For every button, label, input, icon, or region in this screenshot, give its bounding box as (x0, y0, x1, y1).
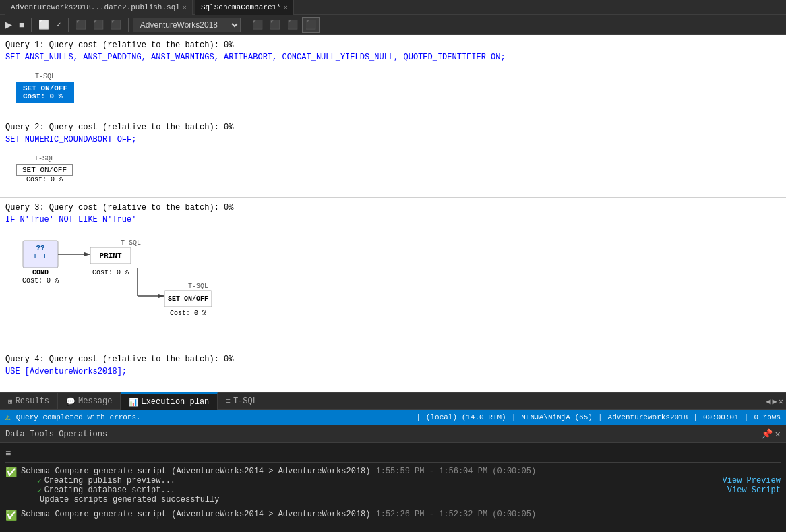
toolbar-btn-9[interactable]: ⬛ (267, 17, 283, 33)
view-script-link[interactable]: View Script (727, 485, 781, 495)
results-icon: ⊞ (8, 397, 13, 406)
sep-pipe-2: | (512, 413, 516, 421)
tab-schema-close[interactable]: ✕ (284, 3, 288, 11)
query-1-node-row: T-SQL SET ON/OFF Cost: 0 % (16, 73, 770, 103)
tab-tsql[interactable]: ≡ T-SQL (218, 392, 266, 410)
tab-message[interactable]: 💬 Message (58, 392, 121, 410)
svg-text:COND: COND (32, 269, 49, 276)
server-info: (local) (14.0 RTM) (426, 413, 506, 421)
log-sub-1-row-1: ✓ Creating publish preview... View Previ… (37, 476, 781, 485)
tab-schema-label: SqlSchemaCompare1* (201, 3, 281, 11)
message-label: Message (78, 396, 112, 406)
tsql-label: T-SQL (233, 396, 258, 406)
query-3-tree-svg: ?? T F COND Cost: 0 % T-SQL (16, 235, 299, 330)
tab-schema-compare[interactable]: SqlSchemaCompare1* ✕ (195, 0, 294, 15)
log-time-1: 1:55:59 PM - 1:56:04 PM (0:00:05) (375, 467, 536, 476)
query-2-section: Query 2: Query cost (relative to the bat… (0, 117, 786, 198)
query-1-header: Query 1: Query cost (relative to the bat… (5, 38, 781, 51)
log-entry-2-content: Schema Compare generate script (Adventur… (21, 510, 781, 519)
user-info: NINJA\NiNjA (65) (521, 413, 593, 421)
log-row-2-main: Schema Compare generate script (Adventur… (21, 510, 781, 519)
query-2-node-row: T-SQL SET ON/OFF Cost: 0 % (16, 155, 770, 183)
node-2-top-label: T-SQL (34, 155, 55, 162)
log-entry-1-content: Schema Compare generate script (Adventur… (21, 467, 781, 504)
toolbar-btn-7[interactable]: ⬛ (108, 17, 124, 33)
sep2 (68, 18, 69, 32)
toolbar-btn-3[interactable]: ⬜ (36, 17, 52, 33)
query-1-section: Query 1: Query cost (relative to the bat… (0, 35, 786, 117)
execution-plan-area: Query 1: Query cost (relative to the bat… (0, 35, 786, 392)
time-info: 00:00:01 (703, 413, 739, 421)
sep-pipe-3: | (598, 413, 603, 421)
clear-icon[interactable]: ≡ (5, 448, 11, 459)
panel-toolbar: ≡ (5, 446, 781, 463)
setonoff-cost: Cost: 0 % (170, 309, 206, 317)
sep-pipe-5: | (744, 413, 749, 421)
close-panel-icon[interactable]: ✕ (779, 396, 783, 407)
query-3-plan: ?? T F COND Cost: 0 % T-SQL (5, 230, 781, 346)
check-icon-2: ✓ (37, 486, 42, 495)
scroll-left-icon[interactable]: ◀ (766, 396, 770, 407)
data-tools-panel: Data Tools Operations 📌 ✕ ≡ ✅ Schema Com… (0, 425, 786, 532)
tab-publish-sql[interactable]: AdventureWorks2018...date2.publish.sql ✕ (5, 0, 193, 15)
query-2-sql: SET NUMERIC_ROUNDABORT OFF; (5, 134, 781, 150)
tab-results[interactable]: ⊞ Results (0, 392, 58, 410)
rows-info: 0 rows (754, 413, 781, 421)
scroll-right-icon[interactable]: ▶ (773, 396, 777, 407)
cond-node: ?? T F COND Cost: 0 % (22, 241, 59, 285)
panel-pin-icon[interactable]: 📌 (761, 428, 773, 440)
panel-content: ≡ ✅ Schema Compare generate script (Adve… (0, 443, 786, 532)
tab-publish-label: AdventureWorks2018...date2.publish.sql (11, 3, 180, 11)
setonoff-label: SET ON/OFF (168, 295, 208, 303)
run-button[interactable]: ▶ (3, 17, 15, 33)
status-bar: ⚠ Query completed with errors. | (local)… (0, 410, 786, 425)
toolbar-btn-8[interactable]: ⬛ (249, 17, 266, 33)
query-4-sql: USE [AdventureWorks2018]; (5, 365, 781, 387)
check-icon-1: ✓ (37, 477, 42, 485)
query-4-header: Query 4: Query cost (relative to the bat… (5, 352, 781, 365)
bottom-tabs: ⊞ Results 💬 Message 📊 Execution plan ≡ T… (0, 392, 786, 410)
tsql-icon: ≡ (226, 397, 231, 405)
log-text-2: Schema Compare generate script (Adventur… (21, 510, 370, 519)
query-1-sql: SET ANSI_NULLS, ANSI_PADDING, ANSI_WARNI… (5, 51, 781, 67)
tab-publish-close[interactable]: ✕ (183, 3, 187, 11)
status-info: | (local) (14.0 RTM) | NINJA\NiNjA (65) … (416, 413, 781, 421)
plan-icon: 📊 (129, 398, 138, 407)
node-2-cost: Cost: 0 % (26, 176, 63, 183)
panel-header: Data Tools Operations 📌 ✕ (0, 425, 786, 443)
toolbar-btn-10[interactable]: ⬛ (284, 17, 301, 33)
toolbar-btn-6[interactable]: ⬛ (90, 17, 107, 33)
toolbar: ▶ ■ ⬜ ✓ ⬛ ⬛ ⬛ AdventureWorks2018 ⬛ ⬛ ⬛ ⬛ (0, 15, 786, 35)
log-sub-1: ✓ Creating publish preview... View Previ… (37, 476, 781, 504)
sep-pipe-4: | (693, 413, 698, 421)
sep3 (128, 18, 129, 32)
view-preview-link[interactable]: View Preview (723, 476, 781, 485)
panel-close-icon[interactable]: ✕ (775, 428, 781, 440)
node-1-main: SET ON/OFF (23, 84, 67, 92)
tsql-label-1: T-SQL (121, 239, 141, 247)
toolbar-btn-4[interactable]: ✓ (53, 17, 64, 33)
log-success-icon-2: ✅ (5, 510, 17, 521)
query-1-node: T-SQL SET ON/OFF Cost: 0 % (16, 73, 74, 103)
svg-text:Cost: 0 %: Cost: 0 % (22, 277, 59, 285)
query-3-header: Query 3: Query cost (relative to the bat… (5, 200, 781, 214)
tsql-label-2: T-SQL (188, 283, 208, 290)
svg-text:??: ?? (36, 244, 44, 252)
tab-scroll: ◀ ▶ ✕ (763, 396, 786, 407)
query-4-section: Query 4: Query cost (relative to the bat… (0, 349, 786, 390)
log-sub-1-row-3: Update scripts generated successfully (37, 495, 781, 504)
warning-icon: ⚠ (5, 412, 11, 423)
node-2-box: SET ON/OFF (16, 164, 73, 176)
tab-execution-plan[interactable]: 📊 Execution plan (121, 392, 218, 410)
query-2-plan: T-SQL SET ON/OFF Cost: 0 % (5, 150, 781, 194)
log-entry-1: ✅ Schema Compare generate script (Advent… (5, 465, 781, 506)
results-label: Results (16, 396, 49, 406)
title-bar: AdventureWorks2018...date2.publish.sql ✕… (0, 0, 786, 15)
toolbar-btn-2[interactable]: ■ (16, 17, 27, 33)
toolbar-btn-11[interactable]: ⬛ (302, 17, 320, 33)
toolbar-btn-5[interactable]: ⬛ (73, 17, 89, 33)
sep-pipe-1: | (416, 413, 421, 421)
svg-text:T: T (33, 252, 38, 260)
database-dropdown[interactable]: AdventureWorks2018 (133, 18, 241, 32)
message-icon: 💬 (66, 397, 75, 406)
